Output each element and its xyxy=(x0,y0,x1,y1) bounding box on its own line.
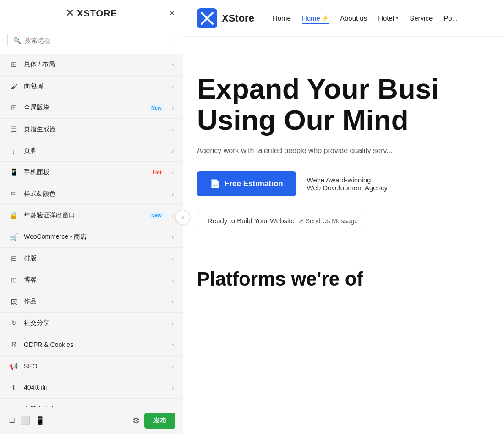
platforms-section: Platforms we're of xyxy=(183,250,504,299)
nav-service-link[interactable]: Service xyxy=(410,14,433,22)
gdpr-icon: ⚙ xyxy=(9,340,18,349)
menu-item-mobile-panel[interactable]: 📱 手机面板 Hot › xyxy=(0,162,183,183)
social-share-icon: ↻ xyxy=(9,319,18,328)
menu-item-breadcrumb[interactable]: 🖌 面包屑 › xyxy=(0,76,183,97)
menu-item-label: 404页面 xyxy=(24,384,166,392)
menu-item-label: 社交分享 xyxy=(24,319,166,327)
404-icon: ℹ xyxy=(9,383,18,392)
mobile-icon: 📱 xyxy=(9,168,18,177)
menu-item-label: 页脚 xyxy=(24,147,166,155)
menu-item-label: 样式& 颜色 xyxy=(24,190,166,198)
footer-actions: ⚙ 发布 xyxy=(132,413,175,429)
nav-hotel-link[interactable]: Hotel ▾ xyxy=(378,14,399,22)
desktop-icon[interactable]: 🖥 xyxy=(7,416,16,426)
hero-title: Expand Your Busi Using Our Mind xyxy=(197,73,490,136)
sidebar-header: ✕ XSTORE ✕ xyxy=(0,0,183,27)
menu-item-label: 排版 xyxy=(24,254,166,263)
menu-item-theme-custom[interactable]: ✏ 主题自定义 › xyxy=(0,399,183,407)
chevron-right-icon: › xyxy=(172,169,174,176)
menu-item-footer[interactable]: ↓ 页脚 › xyxy=(0,140,183,162)
search-icon: 🔍 xyxy=(13,37,21,44)
menu-item-label: GDPR & Cookies xyxy=(24,341,166,348)
nav-home-link[interactable]: Home xyxy=(273,14,291,22)
send-arrow-icon: ↗ Send Us Message xyxy=(298,217,358,225)
menu-item-styles-colors[interactable]: ✏ 样式& 颜色 › xyxy=(0,183,183,205)
nav-logo-text: XStore xyxy=(222,12,254,24)
nav-links: Home Home ⚡ About us Hotel ▾ Service Po.… xyxy=(273,14,458,22)
menu-item-label: WooCommerce - 商店 xyxy=(24,233,166,241)
device-icons: 🖥 ⬜ 📱 xyxy=(7,416,45,426)
publish-button[interactable]: 发布 xyxy=(144,413,175,429)
award-text: We're Award-winning Web Development Agen… xyxy=(307,176,388,192)
breadcrumb-icon: 🖌 xyxy=(9,82,18,91)
platforms-title: Platforms we're of xyxy=(197,268,490,290)
typography-icon: ⊟ xyxy=(9,254,18,263)
new-badge: New xyxy=(148,212,164,219)
menu-item-label: 面包屑 xyxy=(24,82,166,90)
sidebar: ✕ XSTORE ✕ 🔍 ⊞ 总体 / 布局 › 🖌 面包屑 › ⊞ 全局版块 … xyxy=(0,0,183,434)
header-builder-icon: ☰ xyxy=(9,125,18,134)
menu-item-gdpr[interactable]: ⚙ GDPR & Cookies › xyxy=(0,334,183,356)
sidebar-menu: ⊞ 总体 / 布局 › 🖌 面包屑 › ⊞ 全局版块 New › ☰ 页眉生成器… xyxy=(0,54,183,407)
menu-item-social-share[interactable]: ↻ 社交分享 › xyxy=(0,313,183,334)
top-nav: XStore Home Home ⚡ About us Hotel ▾ Serv… xyxy=(183,0,504,37)
menu-item-label: 全局版块 xyxy=(24,104,143,112)
sidebar-collapse-button[interactable]: ‹ xyxy=(175,210,190,225)
chevron-right-icon: › xyxy=(172,320,174,327)
menu-item-portfolio[interactable]: 🖼 作品 › xyxy=(0,291,183,313)
menu-item-typography[interactable]: ⊟ 排版 › xyxy=(0,248,183,269)
age-verify-icon: 🔒 xyxy=(9,211,18,220)
xstore-logo-icon xyxy=(197,8,217,28)
settings-button[interactable]: ⚙ xyxy=(132,416,140,426)
send-message-button[interactable]: Ready to Build Your Website ↗ Send Us Me… xyxy=(197,210,368,231)
styles-icon: ✏ xyxy=(9,189,18,198)
menu-item-label: 博客 xyxy=(24,276,166,284)
menu-item-label: 作品 xyxy=(24,297,166,306)
menu-item-seo[interactable]: 📢 SEO › xyxy=(0,356,183,377)
nav-about-link[interactable]: About us xyxy=(340,14,367,22)
menu-item-global-blocks[interactable]: ⊞ 全局版块 New › xyxy=(0,97,183,119)
nav-home-active-link[interactable]: Home ⚡ xyxy=(302,14,329,22)
chevron-right-icon: › xyxy=(172,212,174,219)
chevron-right-icon: › xyxy=(172,83,174,90)
menu-item-blog[interactable]: ⊞ 博客 › xyxy=(0,269,183,291)
hero-section: Expand Your Busi Using Our Mind Agency w… xyxy=(183,37,504,250)
sidebar-close-button[interactable]: ✕ xyxy=(169,8,175,18)
sidebar-footer: 🖥 ⬜ 📱 ⚙ 发布 xyxy=(0,407,183,434)
chevron-right-icon: › xyxy=(172,363,174,370)
chevron-right-icon: › xyxy=(172,104,174,111)
free-estimation-button[interactable]: 📄 Free Estimation xyxy=(197,171,296,196)
dropdown-arrow-icon: ▾ xyxy=(396,15,399,21)
menu-item-layout[interactable]: ⊞ 总体 / 布局 › xyxy=(0,54,183,76)
seo-icon: 📢 xyxy=(9,362,18,371)
chevron-right-icon: › xyxy=(172,191,174,198)
tablet-icon[interactable]: ⬜ xyxy=(20,416,30,426)
layout-icon: ⊞ xyxy=(9,60,18,69)
nav-more-link[interactable]: Po... xyxy=(444,14,458,22)
chevron-right-icon: › xyxy=(172,61,174,68)
menu-item-woocommerce[interactable]: 🛒 WooCommerce - 商店 › xyxy=(0,226,183,248)
chevron-right-icon: › xyxy=(172,341,174,348)
menu-item-label: 年龄验证弹出窗口 xyxy=(24,211,143,220)
chevron-right-icon: › xyxy=(172,234,174,241)
woocommerce-icon: 🛒 xyxy=(9,232,18,242)
chevron-right-icon: › xyxy=(172,255,174,262)
nav-logo[interactable]: XStore xyxy=(197,8,254,28)
lightning-icon: ⚡ xyxy=(322,15,329,22)
menu-item-label: 总体 / 布局 xyxy=(24,60,166,69)
search-input[interactable] xyxy=(25,37,170,44)
menu-item-404[interactable]: ℹ 404页面 › xyxy=(0,377,183,399)
menu-item-header-builder[interactable]: ☰ 页眉生成器 › xyxy=(0,119,183,140)
xstore-x-icon: ✕ xyxy=(66,7,74,19)
sidebar-search-container: 🔍 xyxy=(0,27,183,54)
hero-actions: 📄 Free Estimation We're Award-winning We… xyxy=(197,171,490,196)
global-blocks-icon: ⊞ xyxy=(9,103,18,112)
search-box: 🔍 xyxy=(7,33,175,48)
footer-icon: ↓ xyxy=(9,146,18,155)
document-icon: 📄 xyxy=(210,179,220,189)
menu-item-age-verify[interactable]: 🔒 年龄验证弹出窗口 New › xyxy=(0,205,183,226)
menu-item-label: 页眉生成器 xyxy=(24,125,166,133)
portfolio-icon: 🖼 xyxy=(9,297,18,306)
mobile-device-icon[interactable]: 📱 xyxy=(35,416,45,426)
hero-subtitle: Agency work with talented people who pro… xyxy=(197,147,463,155)
